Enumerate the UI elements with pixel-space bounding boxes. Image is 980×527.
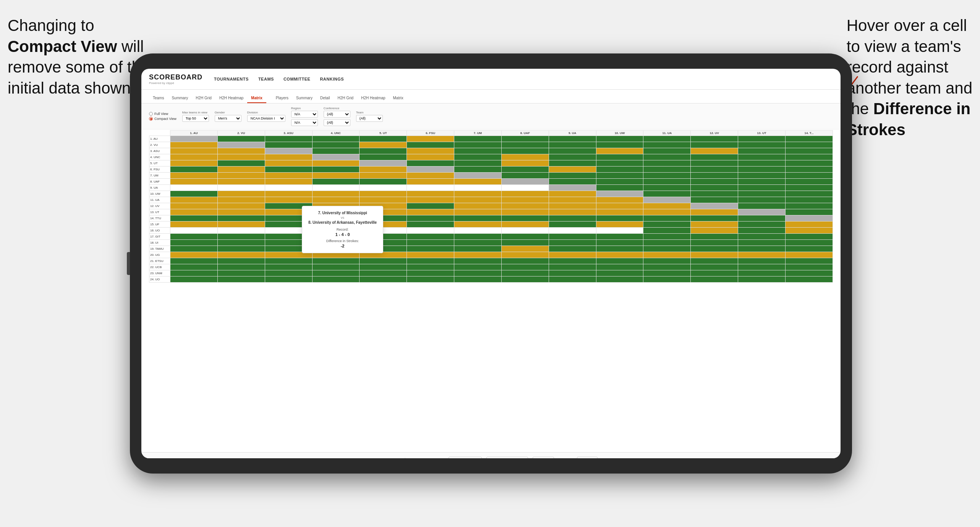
matrix-cell[interactable] [407, 191, 454, 197]
matrix-cell[interactable] [643, 173, 691, 179]
matrix-cell[interactable] [691, 154, 738, 160]
matrix-cell[interactable] [596, 136, 643, 142]
matrix-cell[interactable] [643, 167, 691, 173]
matrix-cell[interactable] [312, 167, 360, 173]
matrix-cell[interactable] [454, 228, 502, 234]
matrix-cell[interactable] [217, 185, 265, 191]
matrix-cell[interactable] [785, 173, 833, 179]
matrix-cell[interactable] [217, 136, 265, 142]
matrix-cell[interactable] [501, 148, 549, 154]
matrix-cell[interactable] [691, 234, 738, 240]
matrix-cell[interactable] [360, 173, 407, 179]
matrix-cell[interactable] [691, 142, 738, 148]
matrix-cell[interactable] [265, 276, 312, 283]
matrix-cell[interactable] [738, 234, 786, 240]
radio-full-view[interactable]: Full View [149, 112, 177, 116]
matrix-cell[interactable] [738, 173, 786, 179]
matrix-cell[interactable] [360, 264, 407, 270]
matrix-cell[interactable] [360, 258, 407, 264]
matrix-cell[interactable] [549, 215, 596, 221]
matrix-cell[interactable] [643, 154, 691, 160]
matrix-cell[interactable] [691, 246, 738, 252]
matrix-cell[interactable] [170, 179, 218, 185]
matrix-cell[interactable] [738, 221, 786, 228]
conference-select2[interactable]: (All) [324, 119, 350, 126]
nav-rankings[interactable]: RANKINGS [320, 77, 344, 81]
matrix-cell[interactable] [549, 148, 596, 154]
matrix-cell[interactable] [738, 160, 786, 167]
matrix-cell[interactable] [170, 167, 218, 173]
matrix-cell[interactable] [454, 240, 502, 246]
matrix-cell[interactable] [643, 258, 691, 264]
matrix-cell[interactable] [217, 270, 265, 276]
matrix-cell[interactable] [265, 154, 312, 160]
matrix-cell[interactable] [785, 197, 833, 203]
matrix-cell[interactable] [265, 148, 312, 154]
matrix-cell[interactable] [360, 270, 407, 276]
matrix-cell[interactable] [501, 240, 549, 246]
matrix-cell[interactable] [170, 270, 218, 276]
matrix-cell[interactable] [265, 160, 312, 167]
matrix-cell[interactable] [501, 221, 549, 228]
matrix-cell[interactable] [643, 209, 691, 215]
matrix-cell[interactable] [501, 197, 549, 203]
matrix-cell[interactable] [596, 276, 643, 283]
matrix-cell[interactable] [454, 221, 502, 228]
matrix-cell[interactable] [170, 154, 218, 160]
matrix-cell[interactable] [407, 154, 454, 160]
matrix-cell[interactable] [549, 203, 596, 209]
matrix-cell[interactable] [217, 179, 265, 185]
matrix-cell[interactable] [643, 276, 691, 283]
sub-tab-matrix[interactable]: Matrix [247, 94, 266, 103]
watch-btn[interactable]: 👁 Watch [533, 457, 554, 459]
matrix-cell[interactable] [738, 228, 786, 234]
matrix-cell[interactable] [596, 215, 643, 221]
matrix-cell[interactable] [312, 173, 360, 179]
matrix-cell[interactable] [738, 167, 786, 173]
matrix-cell[interactable] [501, 167, 549, 173]
matrix-cell[interactable] [170, 228, 218, 234]
matrix-cell[interactable] [596, 258, 643, 264]
region-select[interactable]: N/A [291, 111, 318, 118]
matrix-cell[interactable] [549, 221, 596, 228]
matrix-cell[interactable] [738, 276, 786, 283]
matrix-cell[interactable] [312, 136, 360, 142]
matrix-cell[interactable] [691, 148, 738, 154]
matrix-cell[interactable] [407, 148, 454, 154]
view-original-btn[interactable]: 👁 View: Original [449, 457, 481, 459]
matrix-cell[interactable] [360, 148, 407, 154]
matrix-cell[interactable] [360, 142, 407, 148]
matrix-cell[interactable] [407, 179, 454, 185]
matrix-cell[interactable] [643, 148, 691, 154]
matrix-cell[interactable] [170, 160, 218, 167]
matrix-cell[interactable] [501, 142, 549, 148]
matrix-cell[interactable] [407, 136, 454, 142]
refresh-icon[interactable]: ↺ [430, 457, 435, 459]
matrix-cell[interactable] [785, 209, 833, 215]
matrix-cell[interactable] [407, 209, 454, 215]
matrix-cell[interactable] [643, 240, 691, 246]
matrix-cell[interactable] [454, 160, 502, 167]
matrix-cell[interactable] [312, 185, 360, 191]
sub-tab-players-summary[interactable]: Summary [292, 94, 316, 103]
matrix-cell[interactable] [549, 142, 596, 148]
matrix-cell[interactable] [738, 203, 786, 209]
matrix-cell[interactable] [691, 191, 738, 197]
matrix-cell[interactable] [549, 228, 596, 234]
matrix-cell[interactable] [501, 264, 549, 270]
matrix-cell[interactable] [691, 215, 738, 221]
matrix-cell[interactable] [738, 148, 786, 154]
matrix-cell[interactable] [217, 154, 265, 160]
matrix-cell[interactable] [454, 148, 502, 154]
gender-select[interactable]: Men's [215, 115, 241, 122]
matrix-cell[interactable] [785, 136, 833, 142]
matrix-cell[interactable] [596, 234, 643, 240]
matrix-cell[interactable] [312, 276, 360, 283]
matrix-cell[interactable] [785, 270, 833, 276]
matrix-cell[interactable] [643, 136, 691, 142]
sub-tab-players-matrix[interactable]: Matrix [389, 94, 407, 103]
matrix-cell[interactable] [407, 246, 454, 252]
matrix-cell[interactable] [501, 209, 549, 215]
matrix-cell[interactable] [501, 270, 549, 276]
matrix-cell[interactable] [596, 160, 643, 167]
